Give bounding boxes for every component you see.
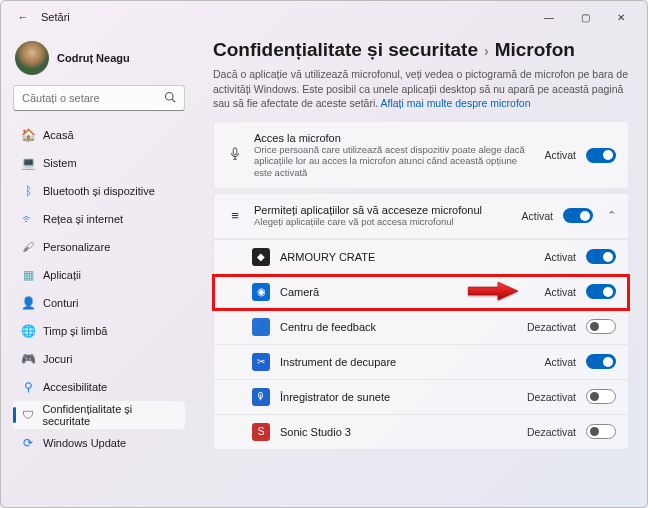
app-toggle[interactable] [586, 319, 616, 334]
back-button[interactable]: ← [13, 11, 33, 23]
sidebar-item-home[interactable]: 🏠Acasă [13, 121, 185, 149]
update-icon: ⟳ [21, 436, 35, 450]
app-toggle[interactable] [586, 284, 616, 299]
sidebar: Codruț Neagu 🏠Acasă 💻Sistem ᛒBluetooth ș… [1, 33, 193, 507]
sidebar-item-privacy[interactable]: 🛡Confidențialitate și securitate [13, 401, 185, 429]
main-content: Confidențialitate și securitate › Microf… [193, 33, 647, 507]
title-bar: ← Setări — ▢ ✕ [1, 1, 647, 33]
minimize-button[interactable]: — [531, 3, 567, 31]
globe-icon: 🌐 [21, 324, 35, 338]
home-icon: 🏠 [21, 128, 35, 142]
allow-sub: Alegeți aplicațiile care vă pot accesa m… [254, 216, 511, 227]
bluetooth-icon: ᛒ [21, 184, 35, 198]
breadcrumb-sep: › [484, 43, 489, 59]
nav-list: 🏠Acasă 💻Sistem ᛒBluetooth și dispozitive… [13, 121, 185, 499]
app-name: Cameră [280, 286, 534, 298]
microphone-icon [226, 147, 244, 164]
app-name: Sonic Studio 3 [280, 426, 517, 438]
app-state: Dezactivat [527, 391, 576, 403]
app-toggle[interactable] [586, 389, 616, 404]
maximize-button[interactable]: ▢ [567, 3, 603, 31]
sidebar-item-accessibility[interactable]: ⚲Accesibilitate [13, 373, 185, 401]
allow-title: Permiteți aplicațiilor să vă acceseze mi… [254, 204, 511, 216]
system-icon: 💻 [21, 156, 35, 170]
gamepad-icon: 🎮 [21, 352, 35, 366]
page-title: Microfon [495, 39, 575, 61]
breadcrumb: Confidențialitate și securitate › Microf… [213, 39, 629, 61]
breadcrumb-parent[interactable]: Confidențialitate și securitate [213, 39, 478, 61]
app-name: Centru de feedback [280, 321, 517, 333]
brush-icon: 🖌 [21, 240, 35, 254]
app-state: Activat [544, 286, 576, 298]
app-state: Dezactivat [527, 321, 576, 333]
app-state: Dezactivat [527, 426, 576, 438]
app-state: Activat [544, 356, 576, 368]
search-icon [164, 91, 176, 106]
wifi-icon: ᯤ [21, 212, 35, 226]
access-toggle[interactable] [586, 148, 616, 163]
search-box[interactable] [13, 85, 185, 111]
person-icon: 👤 [21, 296, 35, 310]
sidebar-item-time[interactable]: 🌐Timp și limbă [13, 317, 185, 345]
svg-line-1 [172, 99, 175, 102]
page-description: Dacă o aplicație vă utilizează microfonu… [213, 67, 629, 111]
accessibility-icon: ⚲ [21, 380, 35, 394]
svg-point-0 [166, 92, 174, 100]
app-row[interactable]: ✂Instrument de decupareActivat [213, 345, 629, 380]
svg-rect-2 [233, 148, 237, 155]
close-button[interactable]: ✕ [603, 3, 639, 31]
sidebar-item-accounts[interactable]: 👤Conturi [13, 289, 185, 317]
access-title: Acces la microfon [254, 132, 534, 144]
app-row[interactable]: 👤Centru de feedbackDezactivat [213, 310, 629, 345]
allow-apps-card[interactable]: ≡ Permiteți aplicațiilor să vă acceseze … [213, 193, 629, 238]
access-microphone-card[interactable]: Acces la microfon Orice persoană care ut… [213, 121, 629, 189]
app-row[interactable]: SSonic Studio 3Dezactivat [213, 415, 629, 450]
app-toggle[interactable] [586, 354, 616, 369]
list-icon: ≡ [226, 208, 244, 223]
access-sub: Orice persoană care utilizează acest dis… [254, 144, 534, 178]
sidebar-item-gaming[interactable]: 🎮Jocuri [13, 345, 185, 373]
app-name: ARMOURY CRATE [280, 251, 534, 263]
app-icon: ✂ [252, 353, 270, 371]
app-icon: ◉ [252, 283, 270, 301]
window-title: Setări [41, 11, 70, 23]
app-row[interactable]: ◉CamerăActivat [213, 275, 629, 310]
profile-name: Codruț Neagu [57, 52, 130, 64]
search-input[interactable] [22, 92, 164, 104]
chevron-up-icon[interactable]: ⌃ [607, 209, 616, 222]
app-row[interactable]: 🎙Înregistrator de suneteDezactivat [213, 380, 629, 415]
access-state: Activat [544, 149, 576, 161]
app-list: ◆ARMOURY CRATEActivat◉CamerăActivat👤Cent… [213, 239, 629, 450]
sidebar-item-bluetooth[interactable]: ᛒBluetooth și dispozitive [13, 177, 185, 205]
app-toggle[interactable] [586, 249, 616, 264]
app-row[interactable]: ◆ARMOURY CRATEActivat [213, 239, 629, 275]
sidebar-item-network[interactable]: ᯤRețea și internet [13, 205, 185, 233]
shield-icon: 🛡 [21, 408, 34, 422]
app-icon: 👤 [252, 318, 270, 336]
app-icon: 🎙 [252, 388, 270, 406]
app-name: Înregistrator de sunete [280, 391, 517, 403]
app-toggle[interactable] [586, 424, 616, 439]
allow-toggle[interactable] [563, 208, 593, 223]
app-icon: ◆ [252, 248, 270, 266]
sidebar-item-apps[interactable]: ▦Aplicații [13, 261, 185, 289]
sidebar-item-personalization[interactable]: 🖌Personalizare [13, 233, 185, 261]
app-state: Activat [544, 251, 576, 263]
apps-icon: ▦ [21, 268, 35, 282]
app-name: Instrument de decupare [280, 356, 534, 368]
sidebar-item-system[interactable]: 💻Sistem [13, 149, 185, 177]
sidebar-item-update[interactable]: ⟳Windows Update [13, 429, 185, 457]
avatar [15, 41, 49, 75]
allow-state: Activat [521, 210, 553, 222]
profile-block[interactable]: Codruț Neagu [13, 37, 185, 85]
app-icon: S [252, 423, 270, 441]
learn-more-link[interactable]: Aflați mai multe despre microfon [381, 97, 531, 109]
